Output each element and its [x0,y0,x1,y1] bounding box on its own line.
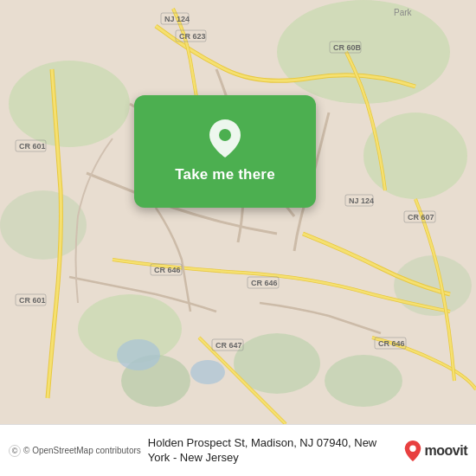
take-me-there-button[interactable]: Take me there [134,95,316,208]
moovit-pin-icon [404,441,421,461]
svg-point-7 [325,355,402,407]
svg-text:CR 647: CR 647 [215,341,242,350]
svg-text:CR 623: CR 623 [179,32,206,41]
svg-point-8 [0,190,87,260]
svg-text:CR 607: CR 607 [408,213,434,222]
svg-point-35 [219,129,231,141]
svg-point-1 [9,61,130,147]
svg-text:CR 60B: CR 60B [333,43,362,52]
bottom-bar: © © OpenStreetMap contributors Holden Pr… [0,424,476,476]
svg-text:CR 601: CR 601 [19,142,46,151]
moovit-logo: moovit [404,441,467,461]
svg-point-11 [190,360,225,384]
svg-point-36 [409,445,415,451]
svg-text:Park: Park [394,8,413,17]
svg-text:CR 601: CR 601 [19,296,46,305]
osm-text: © OpenStreetMap contributors [23,446,141,455]
osm-attribution: © © OpenStreetMap contributors [9,445,141,457]
location-pin-icon [209,119,241,161]
svg-point-10 [117,339,160,370]
map-svg: NJ 124 CR 623 CR 601 CR 601 CR 60B NJ 12… [0,0,476,424]
address-label: Holden Prospect St, Madison, NJ 07940, N… [148,436,397,466]
svg-text:NJ 124: NJ 124 [349,196,374,205]
moovit-label: moovit [425,443,467,459]
svg-text:CR 646: CR 646 [378,339,405,348]
map-container: NJ 124 CR 623 CR 601 CR 601 CR 60B NJ 12… [0,0,476,424]
svg-text:NJ 124: NJ 124 [164,15,190,23]
svg-text:CR 646: CR 646 [251,279,278,287]
take-me-there-label: Take me there [175,166,275,183]
svg-text:CR 646: CR 646 [154,266,181,274]
